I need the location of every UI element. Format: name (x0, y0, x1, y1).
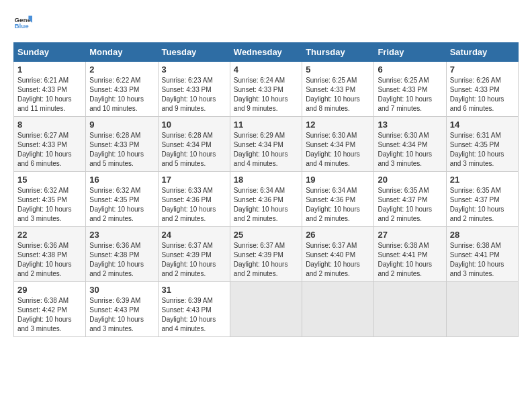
day-number: 28 (450, 230, 515, 240)
weekday-header-monday: Monday (86, 43, 158, 62)
day-info: Sunrise: 6:35 AM Sunset: 4:37 PM Dayligh… (378, 186, 442, 224)
calendar-cell: 1 Sunrise: 6:21 AM Sunset: 4:33 PM Dayli… (14, 62, 86, 117)
day-number: 17 (162, 175, 226, 185)
calendar-cell: 27 Sunrise: 6:38 AM Sunset: 4:41 PM Dayl… (374, 227, 446, 282)
day-number: 1 (17, 64, 82, 75)
day-info: Sunrise: 6:37 AM Sunset: 4:40 PM Dayligh… (306, 241, 370, 279)
day-number: 31 (162, 285, 226, 295)
header: General Blue (13, 13, 519, 32)
day-info: Sunrise: 6:39 AM Sunset: 4:43 PM Dayligh… (162, 296, 226, 334)
day-info: Sunrise: 6:21 AM Sunset: 4:33 PM Dayligh… (17, 76, 82, 113)
day-number: 5 (306, 64, 370, 75)
day-info: Sunrise: 6:25 AM Sunset: 4:33 PM Dayligh… (378, 76, 442, 113)
day-number: 9 (89, 120, 154, 130)
logo-icon: General Blue (13, 13, 32, 32)
calendar-cell: 19 Sunrise: 6:34 AM Sunset: 4:36 PM Dayl… (302, 172, 374, 227)
day-number: 16 (89, 175, 154, 185)
day-number: 12 (306, 120, 370, 130)
day-info: Sunrise: 6:36 AM Sunset: 4:38 PM Dayligh… (17, 241, 82, 279)
weekday-header-sunday: Sunday (14, 43, 86, 62)
day-number: 3 (162, 64, 226, 75)
week-row-1: 1 Sunrise: 6:21 AM Sunset: 4:33 PM Dayli… (14, 62, 519, 117)
day-info: Sunrise: 6:25 AM Sunset: 4:33 PM Dayligh… (306, 76, 370, 113)
calendar-cell: 13 Sunrise: 6:30 AM Sunset: 4:34 PM Dayl… (374, 117, 446, 172)
day-info: Sunrise: 6:30 AM Sunset: 4:34 PM Dayligh… (378, 131, 442, 169)
day-number: 2 (89, 64, 154, 75)
calendar-cell: 5 Sunrise: 6:25 AM Sunset: 4:33 PM Dayli… (302, 62, 374, 117)
week-row-4: 22 Sunrise: 6:36 AM Sunset: 4:38 PM Dayl… (14, 227, 519, 282)
calendar-cell: 6 Sunrise: 6:25 AM Sunset: 4:33 PM Dayli… (374, 62, 446, 117)
day-info: Sunrise: 6:23 AM Sunset: 4:33 PM Dayligh… (162, 76, 226, 113)
calendar-cell: 7 Sunrise: 6:26 AM Sunset: 4:33 PM Dayli… (446, 62, 518, 117)
day-info: Sunrise: 6:33 AM Sunset: 4:36 PM Dayligh… (162, 186, 226, 224)
week-row-2: 8 Sunrise: 6:27 AM Sunset: 4:33 PM Dayli… (14, 117, 519, 172)
calendar-cell: 18 Sunrise: 6:34 AM Sunset: 4:36 PM Dayl… (230, 172, 302, 227)
day-number: 25 (234, 230, 298, 240)
day-info: Sunrise: 6:38 AM Sunset: 4:41 PM Dayligh… (450, 241, 515, 279)
day-info: Sunrise: 6:35 AM Sunset: 4:37 PM Dayligh… (450, 186, 515, 224)
calendar-cell: 20 Sunrise: 6:35 AM Sunset: 4:37 PM Dayl… (374, 172, 446, 227)
calendar-cell: 30 Sunrise: 6:39 AM Sunset: 4:43 PM Dayl… (86, 282, 158, 337)
day-number: 24 (162, 230, 226, 240)
day-info: Sunrise: 6:22 AM Sunset: 4:33 PM Dayligh… (89, 76, 154, 113)
calendar-cell: 10 Sunrise: 6:28 AM Sunset: 4:34 PM Dayl… (158, 117, 230, 172)
day-info: Sunrise: 6:26 AM Sunset: 4:33 PM Dayligh… (450, 76, 515, 113)
day-info: Sunrise: 6:34 AM Sunset: 4:36 PM Dayligh… (234, 186, 298, 224)
calendar-cell: 25 Sunrise: 6:37 AM Sunset: 4:39 PM Dayl… (230, 227, 302, 282)
day-info: Sunrise: 6:24 AM Sunset: 4:33 PM Dayligh… (234, 76, 298, 113)
calendar-cell: 8 Sunrise: 6:27 AM Sunset: 4:33 PM Dayli… (14, 117, 86, 172)
day-number: 30 (89, 285, 154, 295)
day-info: Sunrise: 6:28 AM Sunset: 4:34 PM Dayligh… (162, 131, 226, 169)
calendar-cell (446, 282, 518, 337)
weekday-header-saturday: Saturday (446, 43, 518, 62)
weekday-header-wednesday: Wednesday (230, 43, 302, 62)
day-number: 23 (89, 230, 154, 240)
day-info: Sunrise: 6:29 AM Sunset: 4:34 PM Dayligh… (234, 131, 298, 169)
calendar-cell: 26 Sunrise: 6:37 AM Sunset: 4:40 PM Dayl… (302, 227, 374, 282)
day-number: 18 (234, 175, 298, 185)
day-number: 14 (450, 120, 515, 130)
calendar-cell: 22 Sunrise: 6:36 AM Sunset: 4:38 PM Dayl… (14, 227, 86, 282)
calendar-cell: 3 Sunrise: 6:23 AM Sunset: 4:33 PM Dayli… (158, 62, 230, 117)
day-info: Sunrise: 6:34 AM Sunset: 4:36 PM Dayligh… (306, 186, 370, 224)
calendar-body: 1 Sunrise: 6:21 AM Sunset: 4:33 PM Dayli… (14, 62, 519, 337)
calendar-cell: 21 Sunrise: 6:35 AM Sunset: 4:37 PM Dayl… (446, 172, 518, 227)
calendar-cell: 11 Sunrise: 6:29 AM Sunset: 4:34 PM Dayl… (230, 117, 302, 172)
calendar-cell: 31 Sunrise: 6:39 AM Sunset: 4:43 PM Dayl… (158, 282, 230, 337)
day-number: 7 (450, 64, 515, 75)
day-number: 6 (378, 64, 442, 75)
weekday-header-row: SundayMondayTuesdayWednesdayThursdayFrid… (14, 43, 519, 62)
day-info: Sunrise: 6:37 AM Sunset: 4:39 PM Dayligh… (162, 241, 226, 279)
day-info: Sunrise: 6:32 AM Sunset: 4:35 PM Dayligh… (17, 186, 82, 224)
calendar-cell: 29 Sunrise: 6:38 AM Sunset: 4:42 PM Dayl… (14, 282, 86, 337)
day-number: 11 (234, 120, 298, 130)
day-info: Sunrise: 6:28 AM Sunset: 4:33 PM Dayligh… (89, 131, 154, 169)
day-info: Sunrise: 6:38 AM Sunset: 4:41 PM Dayligh… (378, 241, 442, 279)
calendar-cell (302, 282, 374, 337)
day-number: 13 (378, 120, 442, 130)
day-number: 20 (378, 175, 442, 185)
weekday-header-friday: Friday (374, 43, 446, 62)
day-number: 22 (17, 230, 82, 240)
day-number: 29 (17, 285, 82, 295)
day-number: 10 (162, 120, 226, 130)
day-info: Sunrise: 6:30 AM Sunset: 4:34 PM Dayligh… (306, 131, 370, 169)
calendar-cell (230, 282, 302, 337)
day-number: 27 (378, 230, 442, 240)
day-info: Sunrise: 6:27 AM Sunset: 4:33 PM Dayligh… (17, 131, 82, 169)
day-info: Sunrise: 6:36 AM Sunset: 4:38 PM Dayligh… (89, 241, 154, 279)
calendar-cell: 16 Sunrise: 6:32 AM Sunset: 4:35 PM Dayl… (86, 172, 158, 227)
calendar-cell: 14 Sunrise: 6:31 AM Sunset: 4:35 PM Dayl… (446, 117, 518, 172)
week-row-5: 29 Sunrise: 6:38 AM Sunset: 4:42 PM Dayl… (14, 282, 519, 337)
logo: General Blue (13, 13, 35, 32)
weekday-header-thursday: Thursday (302, 43, 374, 62)
calendar-cell: 24 Sunrise: 6:37 AM Sunset: 4:39 PM Dayl… (158, 227, 230, 282)
calendar-cell (374, 282, 446, 337)
calendar-cell: 9 Sunrise: 6:28 AM Sunset: 4:33 PM Dayli… (86, 117, 158, 172)
day-number: 19 (306, 175, 370, 185)
day-info: Sunrise: 6:38 AM Sunset: 4:42 PM Dayligh… (17, 296, 82, 334)
day-number: 26 (306, 230, 370, 240)
calendar-cell: 23 Sunrise: 6:36 AM Sunset: 4:38 PM Dayl… (86, 227, 158, 282)
weekday-header-tuesday: Tuesday (158, 43, 230, 62)
calendar-table: SundayMondayTuesdayWednesdayThursdayFrid… (13, 42, 519, 337)
